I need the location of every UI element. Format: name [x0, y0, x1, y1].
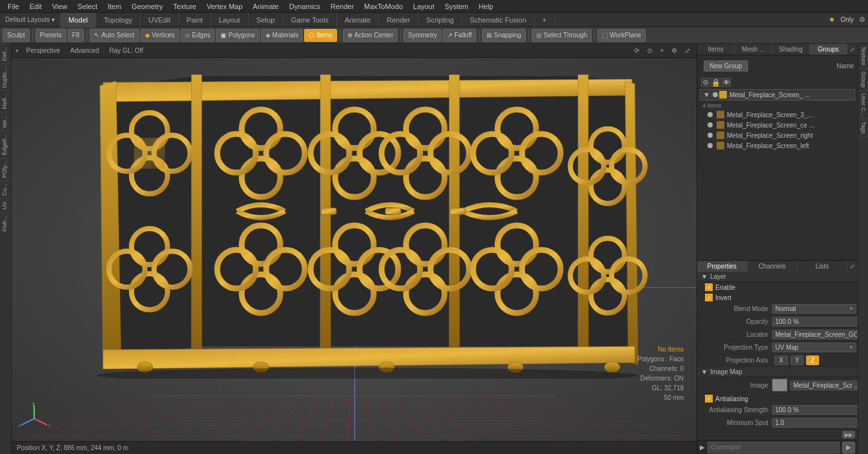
invert-checkbox[interactable]: ✓	[705, 294, 713, 301]
reset-view-button[interactable]: ⊙	[644, 46, 655, 55]
sidebar-tab-fish[interactable]: Fish...	[0, 213, 11, 234]
image-name-input[interactable]	[790, 381, 868, 390]
symmetry-button[interactable]: Symmetry	[403, 29, 441, 42]
locator-input[interactable]	[772, 330, 860, 339]
group-child-3[interactable]: Metal_Fireplace_Screen_left	[700, 140, 855, 151]
antialiasing-checkbox[interactable]: ✓	[705, 395, 713, 402]
minimum-spot-input[interactable]	[772, 418, 860, 428]
enable-checkbox[interactable]: ✓	[705, 283, 713, 291]
zoom-in-button[interactable]: +	[657, 46, 666, 55]
strip-tab-user-c[interactable]: User C...	[858, 91, 868, 120]
edges-button[interactable]: ▱ Edges	[180, 29, 215, 42]
sidebar-tab-ver[interactable]: Ver...	[0, 112, 11, 131]
strip-tab-group[interactable]: Group	[858, 69, 868, 91]
tab-animate[interactable]: Animate	[337, 13, 379, 27]
sidebar-tab-duplic[interactable]: Duplic...	[0, 64, 11, 91]
group-child-2[interactable]: Metal_Fireplace_Screen_right	[700, 130, 855, 140]
snapping-button[interactable]: ⊞ Snapping	[482, 29, 525, 42]
presets-button[interactable]: Presets	[35, 29, 66, 42]
rpanel-expand-icon[interactable]: ⤢	[850, 46, 855, 53]
workplane-button[interactable]: ⬚ WorkPlane	[597, 29, 646, 42]
image-map-section[interactable]: ▼ Image Map	[697, 367, 858, 377]
x-axis-button[interactable]: X	[775, 355, 788, 365]
menu-geometry[interactable]: Geometry	[126, 1, 168, 12]
vertices-button[interactable]: ◆ Vertices	[140, 29, 180, 42]
z-axis-button[interactable]: Z	[806, 355, 819, 365]
select-through-button[interactable]: ◎ Select Through	[532, 29, 592, 42]
sidebar-tab-def[interactable]: Def...	[0, 44, 11, 64]
action-center-button[interactable]: ⊕ Action Center	[343, 29, 398, 42]
command-run-button[interactable]: ▶	[842, 442, 855, 453]
viewport-settings-button[interactable]: ⚙	[669, 46, 680, 55]
menu-system[interactable]: System	[439, 1, 474, 12]
group-vis-icon[interactable]: 👁	[722, 78, 731, 87]
sidebar-tab-uv[interactable]: UV	[0, 198, 11, 213]
menu-maxtomodo[interactable]: MaxToModo	[359, 1, 408, 12]
image-thumbnail[interactable]	[772, 379, 787, 392]
new-group-button[interactable]: New Group	[704, 61, 748, 71]
strip-tab-texture[interactable]: Texture	[858, 44, 868, 69]
props-tab-properties[interactable]: Properties	[697, 261, 747, 272]
menu-help[interactable]: Help	[474, 1, 499, 12]
props-expand-icon[interactable]: ⤢	[850, 263, 855, 270]
tab-setup[interactable]: Setup	[249, 13, 284, 27]
menu-layout[interactable]: Layout	[408, 1, 439, 12]
tab-paint[interactable]: Paint	[179, 13, 211, 27]
materials-button[interactable]: ◈ Materials	[261, 29, 304, 42]
strip-tab-tags[interactable]: Tags	[858, 119, 868, 137]
rpanel-tab-groups[interactable]: Groups	[810, 44, 847, 55]
auto-select-button[interactable]: ↖ Auto Select	[90, 29, 139, 42]
layout-dropdown[interactable]: Default Layouts ▾	[0, 15, 61, 24]
group-child-1[interactable]: Metal_Fireplace_Screen_ce ...	[700, 120, 855, 130]
projection-type-select[interactable]: UV Map	[772, 343, 856, 352]
menu-file[interactable]: File	[3, 1, 24, 12]
viewport-3d[interactable]: No Items Polygons : Face Channels: 0 Def…	[12, 58, 697, 441]
props-tab-lists[interactable]: Lists	[797, 261, 847, 272]
sculpt-button[interactable]: Sculpt	[3, 29, 30, 42]
sidebar-tab-edgef[interactable]: EdgeF...	[0, 131, 11, 158]
tab-topology[interactable]: Topology	[96, 13, 140, 27]
group-child-0[interactable]: Metal_Fireplace_Screen_3_...	[700, 109, 855, 120]
tab-schematic[interactable]: Schematic Fusion	[462, 13, 534, 27]
tab-uvedit[interactable]: UVEdit	[140, 13, 178, 27]
sidebar-tab-poly[interactable]: POly...	[0, 158, 11, 180]
sidebar-tab-mefi[interactable]: Mefi...	[0, 90, 11, 112]
opacity-input[interactable]	[772, 317, 860, 326]
menu-select[interactable]: Select	[72, 1, 102, 12]
rpanel-tab-mesh[interactable]: Mesh ...	[735, 44, 772, 55]
group-main-header[interactable]: ▼ Metal_Fireplace_Screen_ ...	[700, 89, 855, 100]
group-lock-icon[interactable]: 🔒	[711, 78, 720, 87]
y-axis-button[interactable]: Y	[791, 355, 804, 365]
ray-gl-button[interactable]: Ray GL: Off	[107, 46, 146, 55]
menu-render[interactable]: Render	[325, 1, 359, 12]
tab-model[interactable]: Model	[61, 13, 96, 27]
tab-layout[interactable]: Layout	[211, 13, 249, 27]
polygons-button[interactable]: ▣ Polygons	[216, 29, 259, 42]
antialiasing-strength-input[interactable]	[772, 405, 860, 415]
f8-button[interactable]: F8	[68, 29, 84, 42]
items-button[interactable]: ⬡ Items	[304, 29, 336, 42]
menu-dynamics[interactable]: Dynamics	[284, 1, 325, 12]
blend-mode-select[interactable]: Normal	[772, 304, 856, 314]
menu-view[interactable]: View	[47, 1, 73, 12]
menu-edit[interactable]: Edit	[24, 1, 47, 12]
falloff-button[interactable]: ↗ Falloff	[443, 29, 476, 42]
menu-item[interactable]: Item	[102, 1, 126, 12]
command-input[interactable]	[708, 442, 840, 453]
rpanel-tab-items[interactable]: Items	[697, 44, 735, 55]
tab-add[interactable]: +	[535, 13, 555, 27]
props-tab-channels[interactable]: Channels	[747, 261, 798, 272]
menu-vertex-map[interactable]: Vertex Map	[202, 1, 248, 12]
tab-game-tools[interactable]: Game Tools	[283, 13, 337, 27]
advanced-button[interactable]: Advanced	[68, 46, 101, 55]
orbit-button[interactable]: ⟳	[632, 46, 642, 55]
gear-icon[interactable]: ⚙	[859, 15, 865, 24]
menu-animate[interactable]: Animate	[247, 1, 284, 12]
tab-render[interactable]: Render	[379, 13, 418, 27]
rpanel-tab-shading[interactable]: Shading	[773, 44, 810, 55]
tab-scripting[interactable]: Scripting	[418, 13, 462, 27]
menu-texture[interactable]: Texture	[168, 1, 202, 12]
perspective-button[interactable]: Perspective	[24, 46, 63, 55]
bottom-expand-button[interactable]: ▶▶	[842, 431, 855, 439]
group-eye-icon[interactable]	[701, 78, 710, 87]
